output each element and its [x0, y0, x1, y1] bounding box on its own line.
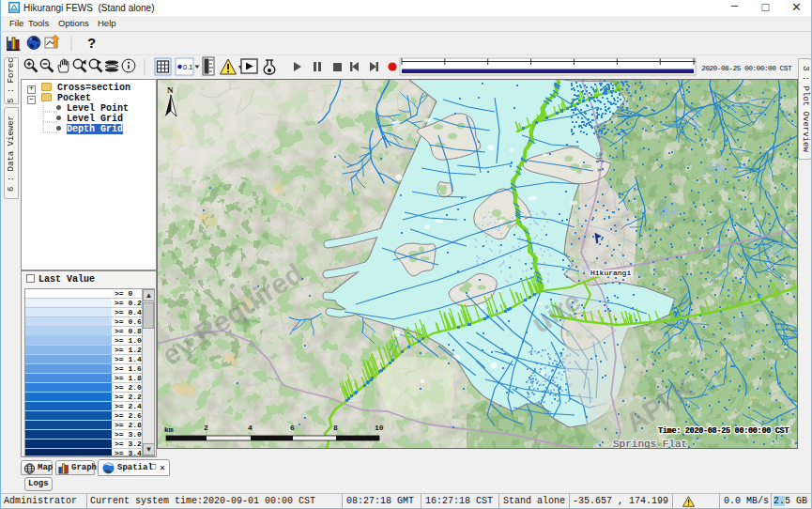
svg-text:4: 4 [248, 424, 253, 432]
svg-text:6: 6 [290, 424, 295, 432]
svg-text:?: ? [87, 35, 96, 51]
svg-text:Springs Flat: Springs Flat [613, 439, 687, 449]
svg-text:Time: 2020-08-25 00:00:00 CST: Time: 2020-08-25 00:00:00 CST [658, 426, 789, 436]
svg-text:SH 1: SH 1 [593, 151, 605, 172]
svg-text:8: 8 [333, 424, 338, 432]
svg-text:Hikurangi: Hikurangi [590, 269, 631, 277]
svg-text:10: 10 [375, 424, 384, 432]
svg-text:2020-08-25 00:00:00 CST: 2020-08-25 00:00:00 CST [701, 64, 792, 72]
svg-text:0.1: 0.1 [183, 63, 192, 71]
svg-text:km: km [164, 425, 174, 434]
svg-text:N: N [167, 85, 174, 95]
svg-text:2: 2 [204, 424, 208, 432]
